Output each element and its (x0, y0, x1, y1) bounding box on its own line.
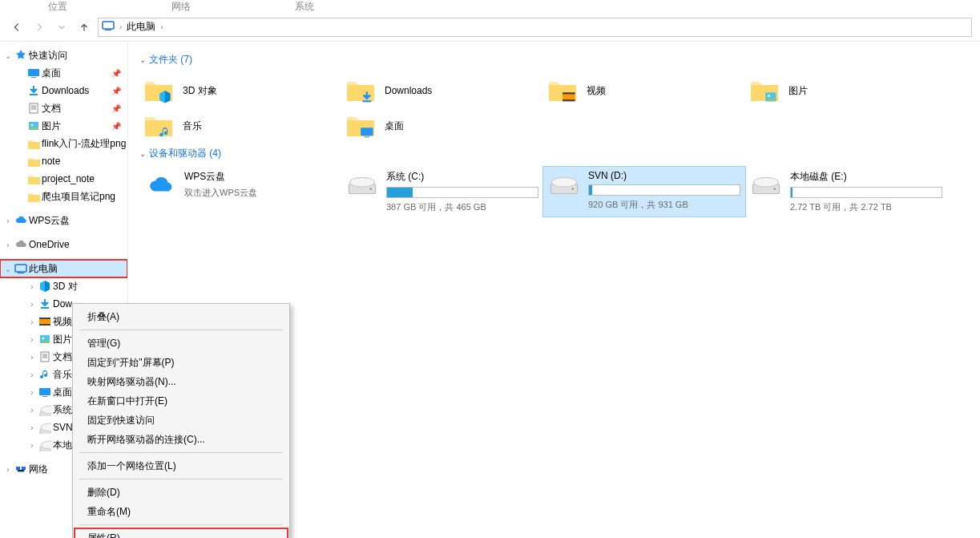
context-menu-item[interactable]: 固定到"开始"屏幕(P) (75, 353, 288, 372)
tree-item[interactable]: Downloads📌 (0, 82, 127, 99)
desktop-icon (27, 67, 40, 79)
context-menu-item[interactable]: 断开网络驱动器的连接(C)... (75, 430, 288, 449)
wps-cloud-drive[interactable]: WPS云盘 双击进入WPS云盘 (139, 167, 341, 216)
folder-icon (345, 75, 377, 107)
chevron-right-icon[interactable]: › (27, 388, 37, 397)
network-icon (14, 463, 27, 475)
tree-label: 文档 (53, 350, 72, 364)
tree-label: 文档 (42, 102, 61, 115)
tree-item[interactable]: ›3D 对 (0, 277, 127, 295)
folder-label: 视频 (587, 84, 606, 98)
pictures-icon (27, 119, 40, 132)
context-menu-item[interactable]: 属性(R) (75, 528, 288, 538)
folder-icon (143, 110, 175, 142)
folder-item[interactable]: 3D 对象 (139, 73, 341, 108)
up-button[interactable] (75, 18, 93, 36)
tree-label: 3D 对 (53, 280, 78, 293)
context-menu-item[interactable]: 映射网络驱动器(N)... (75, 372, 288, 391)
context-menu-item[interactable]: 删除(D) (75, 483, 288, 502)
drive-subtitle: 双击进入WPS云盘 (184, 187, 337, 199)
drive-usage-text: 2.72 TB 可用，共 2.72 TB (790, 201, 942, 213)
folder-item[interactable]: 视频 (543, 73, 745, 108)
chevron-right-icon[interactable]: › (27, 353, 37, 362)
music-icon (38, 368, 51, 381)
pin-icon: 📌 (111, 87, 121, 95)
tree-item[interactable]: note (0, 152, 127, 170)
folder-item[interactable]: 图片 (745, 73, 947, 108)
chevron-down-icon[interactable]: ⌄ (3, 51, 13, 60)
ribbon-tab[interactable]: 系统 (295, 0, 314, 13)
chevron-right-icon[interactable]: › (27, 335, 37, 344)
chevron-right-icon[interactable]: › (27, 441, 37, 450)
drive-item[interactable]: 系统 (C:)387 GB 可用，共 465 GB (341, 167, 543, 216)
tree-item[interactable]: 爬虫项目笔记png (0, 188, 127, 205)
folder-label: 图片 (788, 84, 808, 98)
this-pc-icon (14, 262, 27, 275)
chevron-right-icon[interactable]: › (27, 282, 37, 291)
tree-item[interactable]: 文档📌 (0, 99, 127, 117)
chevron-right-icon[interactable]: › (27, 300, 37, 309)
ribbon-tab[interactable]: 位置 (48, 0, 67, 13)
tree-label: 图片 (53, 333, 72, 346)
forward-button[interactable] (30, 18, 48, 36)
tree-label: WPS云盘 (29, 214, 70, 228)
breadcrumb-item[interactable]: 此电脑 (127, 20, 155, 34)
folders-group-header[interactable]: ⌄ 文件夹 (7) (139, 53, 969, 67)
folder-icon (27, 155, 40, 168)
back-button[interactable] (8, 18, 26, 36)
context-menu-item[interactable]: 在新窗口中打开(E) (75, 391, 288, 411)
chevron-right-icon[interactable]: › (27, 370, 37, 379)
context-menu-item[interactable]: 折叠(A) (75, 307, 288, 326)
3d-icon (38, 280, 51, 293)
wps-cloud-node[interactable]: › WPS云盘 (0, 212, 127, 229)
drive-icon (750, 170, 782, 202)
folder-icon (345, 110, 377, 142)
tree-item[interactable]: 桌面📌 (0, 64, 127, 82)
tree-label: OneDrive (29, 239, 70, 250)
chevron-down-icon: ⌄ (139, 149, 146, 158)
drives-group-header[interactable]: ⌄ 设备和驱动器 (4) (139, 147, 969, 160)
context-menu-item[interactable]: 重命名(M) (75, 502, 288, 521)
menu-separator (79, 452, 283, 453)
chevron-right-icon: › (160, 22, 163, 31)
folder-icon (748, 75, 780, 107)
drive-item[interactable]: 本地磁盘 (E:)2.72 TB 可用，共 2.72 TB (745, 167, 947, 216)
drive-usage-bar (790, 187, 942, 198)
document-icon (38, 350, 51, 363)
chevron-down-icon: ⌄ (139, 55, 146, 64)
tree-item[interactable]: flink入门-流处理png (0, 135, 127, 152)
context-menu-item[interactable]: 添加一个网络位置(L) (75, 456, 288, 475)
tree-label: 爬虫项目笔记png (42, 190, 115, 204)
drive-item[interactable]: SVN (D:)920 GB 可用，共 931 GB (543, 167, 745, 216)
tree-label: 此电脑 (29, 262, 58, 276)
folder-item[interactable]: 音乐 (139, 108, 341, 144)
folder-label: 桌面 (385, 119, 404, 133)
recent-dropdown-icon[interactable] (53, 18, 71, 36)
tree-label: SVN (53, 422, 73, 433)
tree-item[interactable]: 图片📌 (0, 117, 127, 135)
folder-item[interactable]: Downloads (341, 73, 543, 108)
folder-icon (143, 75, 175, 107)
pin-icon: 📌 (111, 122, 121, 131)
chevron-right-icon[interactable]: › (27, 406, 37, 415)
drive-usage-text: 920 GB 可用，共 931 GB (588, 199, 740, 211)
chevron-right-icon[interactable]: › (3, 465, 13, 474)
ribbon-tab[interactable]: 网络 (171, 0, 191, 13)
chevron-right-icon[interactable]: › (27, 318, 37, 326)
cloud-icon (144, 170, 176, 202)
tree-item[interactable]: project_note (0, 170, 127, 188)
address-bar[interactable]: › 此电脑 › (98, 18, 972, 37)
onedrive-node[interactable]: › OneDrive (0, 236, 127, 253)
context-menu-item[interactable]: 固定到快速访问 (75, 411, 288, 430)
context-menu-item[interactable]: 管理(G) (75, 334, 288, 353)
chevron-right-icon[interactable]: › (3, 216, 13, 225)
this-pc-node[interactable]: ⌄ 此电脑 (0, 260, 127, 277)
chevron-right-icon[interactable]: › (27, 423, 37, 432)
group-title: 文件夹 (7) (149, 53, 192, 67)
quick-access-node[interactable]: ⌄ 快速访问 (0, 47, 127, 64)
folder-item[interactable]: 桌面 (341, 108, 543, 144)
chevron-down-icon[interactable]: ⌄ (3, 265, 13, 273)
drive-icon (548, 170, 580, 202)
chevron-right-icon[interactable]: › (3, 241, 13, 249)
drive-icon (38, 403, 51, 416)
